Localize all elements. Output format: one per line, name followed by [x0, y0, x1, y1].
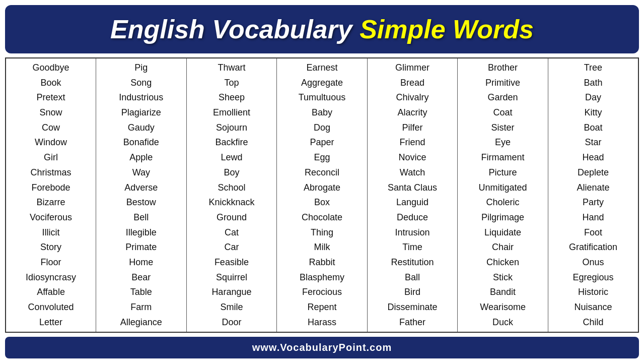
word-item: Harangue: [211, 285, 251, 300]
word-item: Chocolate: [302, 210, 342, 225]
word-item: Pilgrimage: [481, 210, 524, 225]
word-item: Farm: [130, 300, 152, 315]
word-item: Ground: [217, 210, 247, 225]
word-item: Baby: [312, 105, 332, 120]
page-title: English Vocabulary Simple Words: [17, 14, 627, 44]
word-item: Convoluted: [28, 300, 74, 315]
word-item: Industrious: [119, 90, 163, 105]
word-item: Earnest: [306, 60, 337, 76]
word-item: Letter: [39, 315, 62, 330]
word-item: Table: [130, 285, 152, 300]
column-4: GlimmerBreadChivalryAlacrityPilferFriend…: [367, 58, 458, 332]
word-item: Santa Claus: [388, 180, 437, 196]
column-3: EarnestAggregateTumultuousBabyDogPaperEg…: [277, 58, 368, 332]
word-item: Hand: [582, 210, 604, 225]
footer-banner: www.VocabularyPoint.com: [5, 337, 639, 358]
word-item: Smile: [220, 300, 243, 315]
word-item: Bestow: [126, 195, 156, 210]
word-item: Unmitigated: [479, 180, 527, 196]
word-item: Brother: [488, 60, 518, 76]
word-item: Story: [40, 240, 61, 255]
word-item: Aggregate: [301, 76, 343, 91]
column-2: ThwartTopSheepEmollientSojournBackfireLe…: [186, 58, 277, 332]
word-item: Pig: [134, 60, 148, 76]
word-item: Apple: [129, 150, 153, 165]
word-item: Bird: [404, 285, 420, 300]
word-item: Wearisome: [480, 300, 526, 315]
word-item: Illicit: [42, 225, 60, 240]
word-item: Chivalry: [396, 90, 429, 105]
word-item: Gaudy: [128, 120, 155, 136]
word-item: Picture: [489, 165, 517, 180]
word-item: Boat: [584, 120, 602, 136]
word-item: Thing: [311, 225, 333, 240]
main-container: English Vocabulary Simple Words GoodbyeB…: [0, 0, 644, 363]
word-item: Watch: [400, 165, 425, 180]
word-item: Reconcil: [305, 165, 339, 180]
word-item: Intrusion: [395, 225, 430, 240]
word-item: Squirrel: [216, 270, 247, 285]
word-item: Time: [402, 240, 422, 255]
word-item: Vociferous: [30, 210, 72, 225]
word-item: Garden: [488, 90, 518, 105]
word-item: Floor: [41, 255, 61, 270]
word-item: Disseminate: [388, 300, 438, 315]
word-item: Bell: [133, 210, 149, 225]
vocabulary-table: GoodbyeBookPretextSnowCowWindowGirlChris…: [5, 57, 639, 333]
word-item: Ball: [405, 270, 420, 285]
word-item: Thwart: [218, 60, 245, 76]
word-item: Sojourn: [216, 120, 247, 136]
word-item: Alacrity: [398, 105, 427, 120]
column-0: GoodbyeBookPretextSnowCowWindowGirlChris…: [6, 58, 96, 332]
word-item: Restitution: [391, 255, 434, 270]
column-1: PigSongIndustriousPlagiarizeGaudyBonafid…: [96, 58, 187, 332]
word-item: Illegible: [126, 225, 157, 240]
word-item: Blasphemy: [300, 270, 344, 285]
word-item: Head: [582, 150, 604, 165]
word-item: Snow: [40, 105, 62, 120]
word-item: Way: [132, 165, 150, 180]
word-item: Star: [585, 135, 601, 150]
title-white: English Vocabulary: [110, 15, 352, 44]
word-item: Liquidate: [484, 225, 521, 240]
word-item: Repent: [307, 300, 336, 315]
word-item: Backfire: [215, 135, 248, 150]
word-item: Gratification: [569, 240, 617, 255]
word-item: Sister: [491, 120, 515, 136]
word-item: Historic: [578, 285, 608, 300]
word-item: Door: [222, 315, 241, 330]
word-item: Christmas: [31, 165, 71, 180]
word-item: Bath: [584, 76, 602, 91]
word-item: Book: [41, 76, 61, 91]
word-item: Glimmer: [395, 60, 430, 76]
word-item: Bear: [131, 270, 151, 285]
footer-url: www.VocabularyPoint.com: [252, 342, 392, 353]
word-item: Girl: [44, 150, 58, 165]
word-item: Rabbit: [309, 255, 335, 270]
word-item: Eye: [495, 135, 511, 150]
word-item: Deplete: [578, 165, 609, 180]
word-item: Top: [224, 76, 239, 91]
word-item: Tree: [584, 60, 602, 76]
word-item: Bonafide: [123, 135, 159, 150]
word-item: Chicken: [486, 255, 519, 270]
word-item: Paper: [310, 135, 334, 150]
header-banner: English Vocabulary Simple Words: [5, 5, 639, 53]
word-item: Emollient: [213, 105, 250, 120]
word-item: Pilfer: [402, 120, 423, 136]
word-item: Kitty: [584, 105, 602, 120]
word-item: Primate: [125, 240, 157, 255]
word-item: Tumultuous: [299, 90, 345, 105]
word-item: Coat: [493, 105, 513, 120]
word-item: Box: [314, 195, 330, 210]
word-item: Sheep: [219, 90, 245, 105]
word-item: Alienate: [577, 180, 609, 196]
title-yellow: Simple Words: [360, 15, 534, 44]
word-item: Friend: [400, 135, 425, 150]
word-item: Father: [399, 315, 425, 330]
word-item: Deduce: [397, 210, 428, 225]
word-item: Idiosyncrasy: [26, 270, 76, 285]
column-5: BrotherPrimitiveGardenCoatSisterEyeFirma…: [458, 58, 548, 332]
word-item: Affable: [37, 285, 65, 300]
word-item: Egg: [314, 150, 330, 165]
